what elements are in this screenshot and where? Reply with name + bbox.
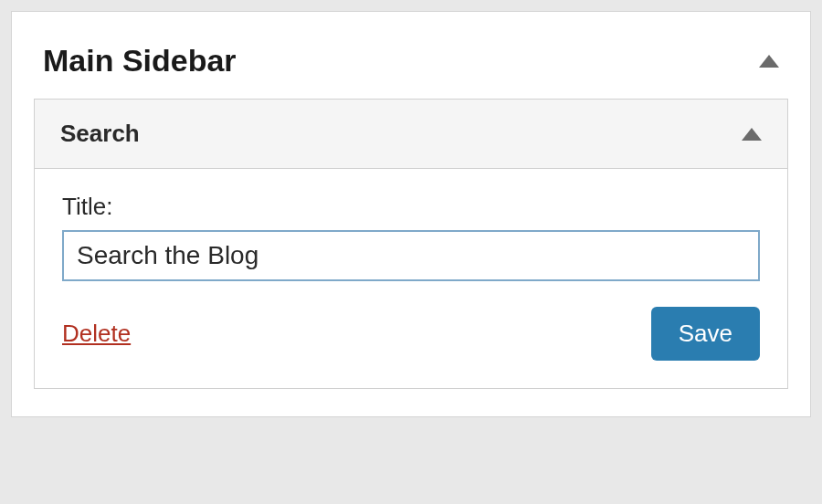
widget-actions: Delete Save (62, 307, 760, 361)
title-label: Title: (62, 193, 760, 221)
widget-collapse-toggle[interactable] (742, 128, 762, 141)
widget-container: Search Title: Delete Save (34, 99, 788, 389)
widget-body: Title: Delete Save (35, 169, 787, 388)
sidebar-panel: Main Sidebar Search Title: Delete Save (11, 11, 811, 417)
sidebar-title: Main Sidebar (43, 43, 237, 79)
save-button[interactable]: Save (651, 307, 760, 361)
chevron-up-icon (742, 128, 762, 141)
sidebar-collapse-toggle[interactable] (759, 55, 779, 68)
widget-title: Search (60, 120, 140, 148)
title-input[interactable] (62, 230, 760, 281)
chevron-up-icon (759, 55, 779, 68)
delete-link[interactable]: Delete (62, 320, 131, 348)
sidebar-header[interactable]: Main Sidebar (34, 32, 788, 99)
widget-header[interactable]: Search (35, 100, 787, 169)
